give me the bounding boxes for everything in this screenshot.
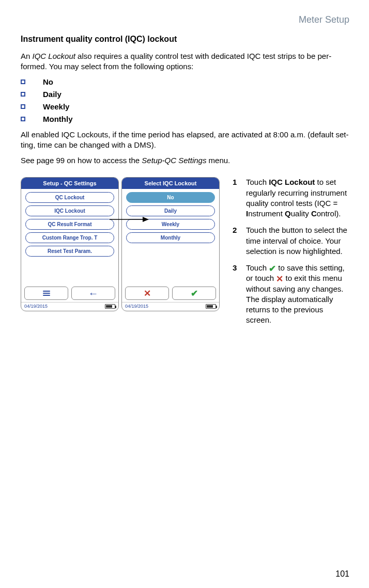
opt-no[interactable]: No	[126, 192, 215, 203]
check-icon: ✔	[269, 264, 276, 273]
t: Touch	[246, 263, 269, 272]
instruction-steps: 1 Touch IQC Lockout to set regularly rec…	[233, 177, 349, 331]
t-b: C	[311, 209, 317, 218]
step-text: Touch IQC Lockout to set regularly recur…	[246, 177, 349, 219]
menu-iqc-lockout[interactable]: IQC Lockout	[25, 205, 114, 216]
square-bullet-icon	[21, 117, 25, 121]
t: An	[21, 52, 33, 60]
menu-button[interactable]	[24, 287, 68, 300]
t-em: Setup-QC Settings	[142, 156, 206, 165]
step-num: 1	[233, 177, 239, 219]
step-3: 3 Touch ✔ to save this setting, or touch…	[233, 263, 349, 326]
menu-custom-range[interactable]: Custom Range Trop. T	[25, 232, 114, 243]
option-label: Weekly	[43, 102, 69, 111]
t: uality	[291, 209, 311, 218]
t: ontrol).	[317, 209, 341, 218]
battery-icon	[105, 304, 115, 309]
t: nstrument	[248, 209, 285, 218]
t: Touch	[246, 178, 269, 186]
device-date: 04/19/2015	[125, 304, 148, 309]
back-button[interactable]: ←	[71, 287, 115, 300]
menu-qc-result-format[interactable]: QC Result Format	[25, 219, 114, 230]
device-status: 04/19/2015	[122, 302, 219, 311]
step-text: Touch ✔ to save this setting, or touch ✕…	[246, 263, 349, 326]
para-seepage: See page 99 on how to access the Setup-Q…	[21, 155, 349, 166]
square-bullet-icon	[21, 104, 25, 109]
x-icon: ✕	[276, 275, 283, 283]
step-num: 2	[233, 225, 239, 257]
check-icon: ✔	[191, 288, 198, 299]
device-setup-qc: Setup - QC Settings QC Lockout IQC Locko…	[21, 177, 119, 311]
option-no: No	[21, 77, 349, 86]
opt-daily[interactable]: Daily	[126, 205, 215, 216]
option-daily: Daily	[21, 90, 349, 99]
option-label: No	[43, 77, 53, 86]
square-bullet-icon	[21, 80, 25, 84]
device-body: No Daily Weekly Monthly	[122, 189, 219, 284]
option-monthly: Monthly	[21, 115, 349, 123]
x-icon: ✕	[144, 288, 151, 299]
arrow-left-icon: ←	[88, 288, 99, 299]
device-select-iqc: Select IQC Lockout No Daily Weekly Month…	[121, 177, 220, 311]
t-b: IQC Lockout	[269, 178, 315, 186]
device-date: 04/19/2015	[24, 304, 48, 309]
cancel-button[interactable]: ✕	[125, 287, 169, 300]
step-2: 2 Touch the button to select the time in…	[233, 225, 349, 257]
option-label: Monthly	[43, 115, 73, 123]
device-title: Select IQC Lockout	[122, 178, 219, 189]
step-text: Touch the button to select the time inte…	[246, 225, 349, 257]
device-title: Setup - QC Settings	[21, 178, 118, 189]
page-header-section: Meter Setup	[21, 14, 349, 25]
opt-weekly[interactable]: Weekly	[126, 219, 215, 230]
page-number: 101	[335, 569, 349, 579]
square-bullet-icon	[21, 92, 25, 97]
t-b: Q	[285, 209, 291, 218]
opt-monthly[interactable]: Monthly	[126, 232, 215, 243]
menu-icon	[25, 287, 68, 299]
menu-qc-lockout[interactable]: QC Lockout	[25, 192, 114, 203]
option-weekly: Weekly	[21, 102, 349, 111]
options-list: No Daily Weekly Monthly	[21, 77, 349, 123]
device-footer: ←	[21, 284, 118, 302]
battery-icon	[206, 304, 216, 309]
menu-reset-test-param[interactable]: Reset Test Param.	[25, 246, 114, 257]
section-title: Instrument quality control (IQC) lockout	[21, 35, 349, 44]
device-screenshots: Setup - QC Settings QC Lockout IQC Locko…	[21, 177, 222, 322]
device-body: QC Lockout IQC Lockout QC Result Format …	[21, 189, 118, 284]
para-activation: All enabled IQC Lockouts, if the time pe…	[21, 130, 349, 151]
t: See page 99 on how to access the	[21, 156, 142, 165]
device-status: 04/19/2015	[21, 302, 118, 311]
step-1: 1 Touch IQC Lockout to set regularly rec…	[233, 177, 349, 219]
confirm-button[interactable]: ✔	[172, 287, 216, 300]
step-num: 3	[233, 263, 239, 326]
intro-paragraph: An IQC Lockout also requires a quality c…	[21, 51, 349, 72]
t: menu.	[206, 156, 230, 165]
device-footer: ✕ ✔	[122, 284, 219, 302]
option-label: Daily	[43, 90, 62, 99]
t-em: IQC Lockout	[33, 52, 75, 60]
